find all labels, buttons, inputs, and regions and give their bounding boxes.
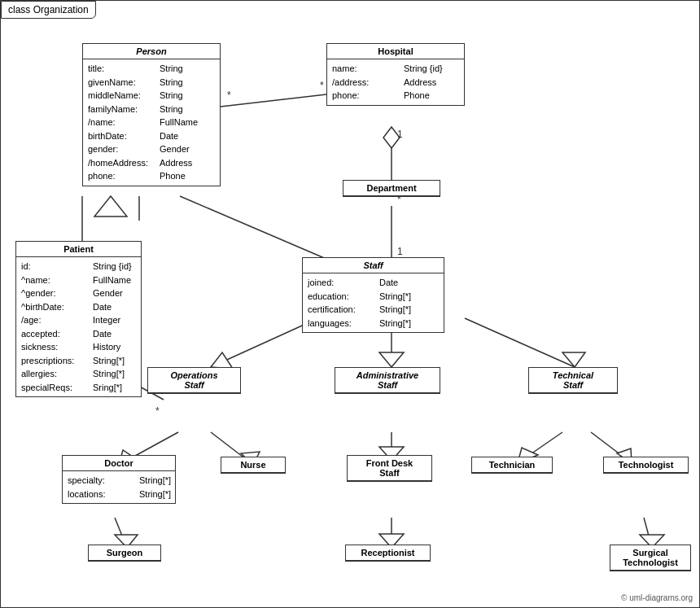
receptionist-class-name: Receptionist xyxy=(346,545,430,561)
nurse-class: Nurse xyxy=(221,457,286,474)
patient-class: Patient id:String {id} ^name:FullName ^g… xyxy=(15,241,142,397)
front-desk-staff-class: Front DeskStaff xyxy=(347,455,432,482)
technical-staff-class-name: TechnicalStaff xyxy=(529,368,617,393)
svg-marker-7 xyxy=(383,127,400,148)
nurse-class-name: Nurse xyxy=(221,457,285,473)
hospital-class-attrs: name:String {id} /address:Address phone:… xyxy=(327,59,464,105)
svg-marker-3 xyxy=(94,196,127,217)
svg-text:1: 1 xyxy=(397,129,403,140)
patient-class-name: Patient xyxy=(16,242,141,257)
operations-staff-class: OperationsStaff xyxy=(147,367,241,394)
svg-text:*: * xyxy=(155,405,160,417)
staff-class-attrs: joined:Date education:String[*] certific… xyxy=(303,273,444,332)
svg-line-13 xyxy=(465,318,575,367)
administrative-staff-class-name: AdministrativeStaff xyxy=(335,368,440,393)
svg-text:*: * xyxy=(320,80,324,91)
surgical-technologist-class-name: SurgicalTechnologist xyxy=(610,545,690,571)
svg-marker-10 xyxy=(211,352,233,369)
doctor-class-attrs: specialty:String[*] locations:String[*] xyxy=(63,471,175,503)
svg-text:*: * xyxy=(227,90,231,101)
doctor-class: Doctor specialty:String[*] locations:Str… xyxy=(62,455,176,504)
doctor-class-name: Doctor xyxy=(63,456,175,471)
svg-line-25 xyxy=(115,518,127,548)
svg-text:1: 1 xyxy=(397,246,403,257)
front-desk-staff-class-name: Front DeskStaff xyxy=(348,456,431,481)
technician-class-name: Technician xyxy=(472,457,552,473)
receptionist-class: Receptionist xyxy=(345,545,431,562)
svg-marker-14 xyxy=(562,352,585,367)
department-class-name: Department xyxy=(343,181,440,196)
svg-marker-12 xyxy=(379,352,404,367)
copyright: © uml-diagrams.org xyxy=(621,593,693,602)
hospital-class-name: Hospital xyxy=(327,44,464,59)
person-class: Person title:String givenName:String mid… xyxy=(82,43,221,186)
technologist-class: Technologist xyxy=(603,457,689,474)
staff-class-name: Staff xyxy=(303,258,444,273)
staff-class: Staff joined:Date education:String[*] ce… xyxy=(302,257,444,333)
technician-class: Technician xyxy=(471,457,553,474)
person-class-name: Person xyxy=(83,44,220,59)
technologist-class-name: Technologist xyxy=(604,457,688,473)
department-class: Department xyxy=(343,180,440,197)
technical-staff-class: TechnicalStaff xyxy=(528,367,618,394)
surgical-technologist-class: SurgicalTechnologist xyxy=(610,545,691,571)
svg-line-0 xyxy=(221,94,326,107)
patient-class-attrs: id:String {id} ^name:FullName ^gender:Ge… xyxy=(16,257,141,396)
hospital-class: Hospital name:String {id} /address:Addre… xyxy=(326,43,465,106)
diagram-title: class Organization xyxy=(1,1,96,19)
administrative-staff-class: AdministrativeStaff xyxy=(335,367,440,394)
person-class-attrs: title:String givenName:String middleName… xyxy=(83,59,220,186)
svg-line-29 xyxy=(644,518,652,548)
surgeon-class: Surgeon xyxy=(88,545,161,562)
operations-staff-class-name: OperationsStaff xyxy=(148,368,240,393)
diagram-container: class Organization xyxy=(0,0,700,608)
surgeon-class-name: Surgeon xyxy=(89,545,160,561)
